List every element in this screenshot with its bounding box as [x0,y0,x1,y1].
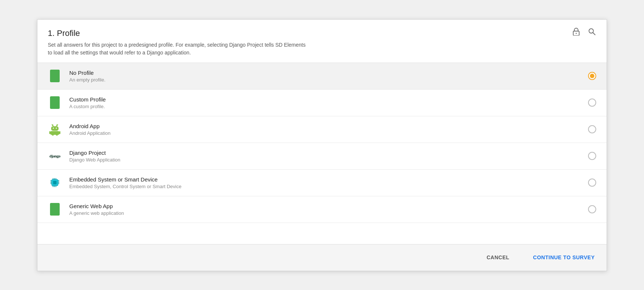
no-profile-text: No Profile An empty profile. [69,70,582,83]
android-app-radio[interactable] [588,125,596,133]
dialog-subtitle: Set all answers for this project to a pr… [48,41,307,57]
svg-rect-24 [50,182,52,183]
no-profile-name: No Profile [69,70,582,76]
django-project-name: Django Project [69,150,582,156]
custom-profile-desc: A custom profile. [69,104,582,109]
android-app-desc: Android Application [69,130,582,136]
android-app-text: Android App Android Application [69,123,582,136]
svg-point-9 [53,128,54,129]
profile-item-generic-web-app[interactable]: Generic Web App A generic web applicatio… [37,196,607,223]
svg-line-3 [593,33,595,35]
profile-item-no-profile[interactable]: No Profile An empty profile. [37,63,607,90]
django-project-text: Django Project Django Web Application [69,150,582,163]
svg-rect-12 [49,131,50,134]
svg-rect-22 [56,186,56,187]
no-profile-icon [48,69,62,83]
svg-rect-20 [53,186,53,187]
svg-rect-8 [51,126,59,131]
svg-point-2 [589,29,594,33]
continue-to-survey-button[interactable]: CONTINUE TO SURVEY [521,244,607,271]
generic-web-app-radio[interactable] [588,205,596,213]
svg-rect-18 [54,178,55,180]
svg-rect-19 [56,178,56,180]
generic-web-app-text: Generic Web App A generic web applicatio… [69,203,582,216]
svg-point-10 [56,128,57,129]
embedded-system-radio[interactable] [588,179,596,187]
custom-profile-name: Custom Profile [69,96,582,103]
svg-rect-11 [50,131,59,135]
dialog-header: 1. Profile Set all answers for this proj… [37,20,607,63]
django-project-desc: Django Web Application [69,157,582,163]
svg-rect-23 [50,180,52,181]
svg-rect-25 [50,183,52,184]
generic-web-app-name: Generic Web App [69,203,582,209]
svg-point-1 [576,33,577,34]
django-project-icon: django [48,149,62,163]
no-profile-desc: An empty profile. [69,77,582,83]
profile-item-django-project[interactable]: django Django Project Django Web Applica… [37,143,607,170]
custom-profile-text: Custom Profile A custom profile. [69,96,582,109]
profile-dialog: 1. Profile Set all answers for this proj… [37,19,607,271]
profile-item-embedded-system[interactable]: Embedded System or Smart Device Embedded… [37,170,607,196]
search-icon[interactable] [587,27,596,36]
svg-rect-17 [53,178,53,180]
embedded-system-name: Embedded System or Smart Device [69,176,582,183]
svg-rect-21 [54,186,55,187]
lock-icon[interactable] [572,27,581,36]
embedded-system-icon [48,176,62,190]
profile-item-custom-profile[interactable]: Custom Profile A custom profile. [37,90,607,116]
dialog-title: 1. Profile [48,29,596,38]
profile-item-android-app[interactable]: Android App Android Application [37,116,607,143]
svg-rect-28 [58,183,60,184]
android-app-icon [48,122,62,136]
cancel-button[interactable]: CANCEL [475,244,521,271]
svg-rect-13 [59,131,60,134]
profile-list: No Profile An empty profile. Custom Prof… [37,63,607,244]
dialog-footer: CANCEL CONTINUE TO SURVEY [37,244,607,271]
generic-web-app-desc: A generic web application [69,210,582,216]
svg-rect-29 [53,181,56,184]
svg-rect-27 [58,182,60,183]
no-profile-radio[interactable] [588,72,596,80]
android-app-name: Android App [69,123,582,129]
custom-profile-icon [48,96,62,110]
svg-rect-26 [58,180,60,181]
svg-rect-15 [56,135,58,136]
embedded-system-text: Embedded System or Smart Device Embedded… [69,176,582,189]
svg-rect-14 [52,135,54,136]
django-project-radio[interactable] [588,152,596,160]
custom-profile-radio[interactable] [588,99,596,107]
header-icons [572,27,596,36]
embedded-system-desc: Embedded System, Control System or Smart… [69,184,582,189]
generic-web-app-icon [48,202,62,216]
